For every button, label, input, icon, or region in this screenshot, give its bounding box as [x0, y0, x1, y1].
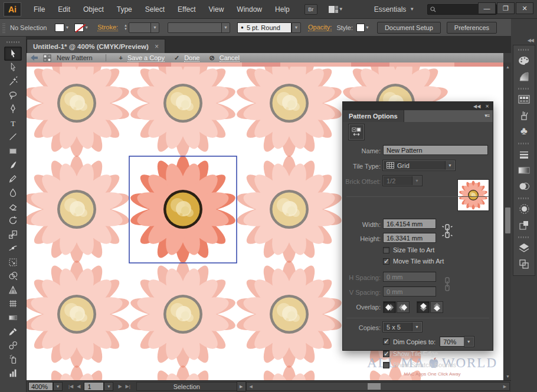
- eraser-tool[interactable]: [4, 200, 22, 214]
- mesh-tool[interactable]: [4, 297, 22, 311]
- save-a-copy-button[interactable]: Save a Copy: [127, 54, 165, 62]
- collapse-panel-icon[interactable]: ◀◀: [473, 104, 480, 109]
- bridge-button[interactable]: Br: [304, 4, 317, 15]
- blob-brush-tool[interactable]: [4, 186, 22, 200]
- chevron-down-icon[interactable]: ▼: [84, 25, 89, 29]
- vertical-scrollbar[interactable]: ▲ ▼: [503, 62, 511, 380]
- line-segment-tool[interactable]: [4, 130, 22, 144]
- last-artboard-icon[interactable]: ▶|: [126, 384, 130, 389]
- column-graph-tool[interactable]: [4, 367, 22, 381]
- dock-group-grip[interactable]: [518, 49, 530, 51]
- stroke-panel-button[interactable]: [515, 146, 533, 162]
- link-dimensions-icon[interactable]: [442, 220, 453, 242]
- show-swatch-bounds-checkbox[interactable]: [383, 362, 389, 368]
- minimize-button[interactable]: —: [478, 2, 496, 14]
- vertical-scroll-thumb[interactable]: [505, 207, 510, 233]
- symbols-panel-button[interactable]: ♣: [515, 123, 533, 139]
- color-panel-button[interactable]: [515, 52, 533, 68]
- swatches-panel-button[interactable]: [515, 91, 533, 107]
- gradient-tool[interactable]: [4, 311, 22, 325]
- dock-group-grip[interactable]: [518, 88, 530, 90]
- close-button[interactable]: ✕: [516, 2, 533, 14]
- close-panel-icon[interactable]: ✕: [485, 104, 489, 109]
- type-tool[interactable]: T: [4, 116, 22, 130]
- scroll-left-icon[interactable]: ◀: [247, 383, 255, 390]
- scale-tool[interactable]: [4, 228, 22, 242]
- cancel-button[interactable]: Cancel: [220, 54, 240, 62]
- size-tile-to-art-checkbox[interactable]: [383, 247, 389, 253]
- dim-copies-arrow[interactable]: ▼: [464, 337, 474, 347]
- width-tool[interactable]: [4, 241, 22, 255]
- pattern-options-tab[interactable]: Pattern Options: [343, 110, 404, 122]
- workspace-switcher[interactable]: Essentials▼: [374, 5, 415, 14]
- rotate-tool[interactable]: [4, 213, 22, 228]
- chevron-down-icon[interactable]: ▼: [65, 25, 69, 29]
- move-tile-with-art-checkbox[interactable]: [383, 258, 389, 265]
- fill-color-swatch[interactable]: [55, 24, 64, 32]
- document-setup-button[interactable]: Document Setup: [377, 22, 441, 34]
- dim-copies-input[interactable]: 70%: [440, 337, 464, 347]
- magic-wand-tool[interactable]: [4, 74, 22, 88]
- menu-edit[interactable]: Edit: [51, 0, 77, 19]
- chevron-down-icon[interactable]: ▼: [445, 161, 454, 170]
- brush-definition-dropdown[interactable]: ●5 pt. Round ▼: [237, 22, 301, 33]
- chevron-down-icon[interactable]: ▼: [412, 322, 421, 331]
- tools-panel-grip[interactable]: [6, 41, 19, 43]
- menu-view[interactable]: View: [202, 0, 231, 19]
- name-input[interactable]: New Pattern: [383, 145, 488, 155]
- chevron-down-icon[interactable]: ▼: [464, 337, 473, 346]
- status-expand-icon[interactable]: ▶: [237, 381, 246, 391]
- panel-menu-icon[interactable]: ▾≡: [484, 113, 489, 118]
- menu-window[interactable]: Window: [230, 0, 268, 19]
- previous-artboard-icon[interactable]: ◀: [77, 384, 80, 389]
- width-profile-dropdown[interactable]: ▼: [168, 22, 230, 33]
- menu-help[interactable]: Help: [268, 0, 296, 19]
- chevron-down-icon[interactable]: ▼: [365, 25, 369, 29]
- height-input[interactable]: 16.3341 mm: [383, 233, 436, 243]
- appearance-panel-button[interactable]: [515, 201, 533, 217]
- graphic-styles-panel-button[interactable]: [515, 217, 533, 233]
- width-input[interactable]: 16.4154 mm: [383, 219, 436, 229]
- direct-selection-tool[interactable]: [4, 61, 22, 75]
- dock-group-grip[interactable]: [518, 197, 530, 199]
- control-bar-grip[interactable]: [2, 22, 5, 33]
- gradient-panel-button[interactable]: [515, 162, 533, 178]
- stroke-panel-link[interactable]: Stroke:: [97, 24, 118, 31]
- tile-type-dropdown[interactable]: Grid ▼: [383, 160, 455, 170]
- stroke-weight-stepper[interactable]: ▲▼: [124, 24, 127, 31]
- overlap-left-in-front-button[interactable]: [383, 301, 396, 313]
- back-arrow-icon[interactable]: [30, 54, 38, 61]
- zoom-dropdown-icon[interactable]: ▼: [53, 382, 63, 391]
- layers-panel-button[interactable]: [515, 240, 533, 256]
- overlap-bottom-in-front-button[interactable]: [430, 301, 443, 313]
- artboard-dropdown-icon[interactable]: ▼: [104, 382, 113, 391]
- preferences-button[interactable]: Preferences: [447, 22, 497, 34]
- pencil-tool[interactable]: [4, 172, 22, 186]
- overlap-right-in-front-button[interactable]: [397, 301, 410, 313]
- scroll-right-icon[interactable]: ▶: [501, 383, 509, 390]
- horizontal-scroll-thumb[interactable]: [368, 383, 381, 390]
- done-button[interactable]: Done: [184, 54, 199, 62]
- artboards-panel-button[interactable]: [515, 256, 533, 272]
- dim-copies-checkbox[interactable]: [383, 338, 389, 345]
- horizontal-scrollbar[interactable]: ◀ ▶: [246, 382, 510, 391]
- menu-object[interactable]: Object: [77, 0, 110, 19]
- style-swatch[interactable]: [356, 24, 365, 32]
- opacity-panel-link[interactable]: Opacity:: [308, 24, 332, 31]
- dock-group-grip[interactable]: [518, 143, 530, 144]
- stroke-color-swatch[interactable]: [74, 24, 84, 32]
- menu-type[interactable]: Type: [110, 0, 139, 19]
- menu-file[interactable]: File: [27, 0, 51, 19]
- shape-builder-tool[interactable]: [4, 269, 22, 284]
- zoom-level-field[interactable]: 400%: [28, 382, 53, 391]
- perspective-grid-tool[interactable]: [4, 283, 22, 297]
- symbol-sprayer-tool[interactable]: [4, 353, 22, 367]
- eyedropper-tool[interactable]: [4, 325, 22, 339]
- expand-panels-icon[interactable]: ◀◀: [528, 38, 533, 43]
- selection-tool[interactable]: [4, 47, 22, 61]
- copies-dropdown[interactable]: 5 x 5 ▼: [383, 322, 422, 332]
- next-artboard-icon[interactable]: ▶: [118, 384, 122, 389]
- dock-group-grip[interactable]: [518, 236, 530, 238]
- document-tab[interactable]: Untitled-1* @ 400% (CMYK/Preview) ×: [27, 39, 165, 53]
- menu-effect[interactable]: Effect: [171, 0, 202, 19]
